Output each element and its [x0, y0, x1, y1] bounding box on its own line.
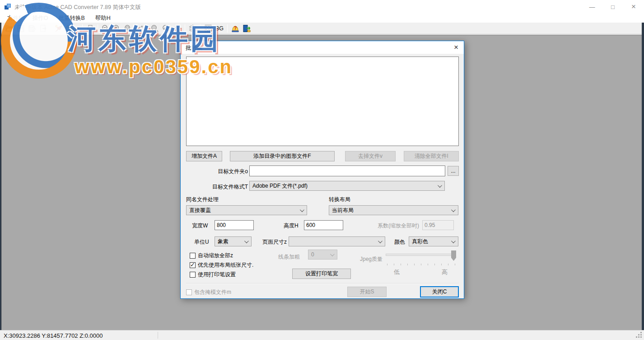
zoom-previous-icon [160, 24, 172, 33]
bg-color-label[interactable]: BG [214, 25, 225, 32]
eye-icon [172, 24, 183, 33]
height-input[interactable] [304, 220, 343, 230]
color-value: 真彩色 [412, 238, 428, 246]
convert-layout-value: 当前布局 [332, 207, 354, 214]
prefer-layout-paper-checkbox[interactable]: ✓ 优先使用布局纸张尺寸. [190, 261, 253, 269]
grid-bg-icon[interactable] [202, 24, 214, 33]
dialog-titlebar: 批转换 × [181, 41, 464, 54]
toolbar-separator [200, 24, 201, 33]
color-select[interactable]: 真彩色 [409, 236, 458, 246]
open-icon[interactable] [4, 24, 15, 33]
use-print-pen-checkbox[interactable]: 使用打印笔设置 [190, 271, 236, 279]
checkbox-icon [190, 272, 196, 278]
same-name-label: 同名文件处理 [186, 196, 219, 203]
include-mask-checkbox: 包含掩模文件m [186, 288, 231, 296]
scale-factor-input [422, 220, 454, 230]
menubar: 文件F 操作O 批量转换B 帮助H [0, 14, 644, 23]
dialog-close-icon: × [454, 43, 458, 52]
toolbar-separator [147, 24, 147, 33]
zoom-in-icon [111, 24, 122, 33]
zoom-window-icon [122, 24, 134, 33]
statusbar: X:30923.2286 Y:81457.7702 Z:0.0000 [0, 330, 644, 340]
checkbox-checked-icon: ✓ [190, 262, 196, 268]
save-as-icon [26, 24, 37, 33]
target-format-label: 目标文件格式T [181, 183, 248, 191]
statusbar-separator [158, 332, 158, 339]
window-frame-right [642, 23, 644, 330]
close-dialog-button[interactable]: 关闭C [420, 286, 459, 298]
maximize-button[interactable]: □ [602, 0, 623, 14]
jpeg-quality-slider-track [386, 254, 456, 256]
check-mark: ✓ [190, 261, 195, 268]
chevron-down-icon [451, 208, 456, 212]
line-weight-label: 线条加粗 [278, 253, 300, 261]
convert-layout-select[interactable]: 当前布局 [329, 205, 458, 215]
target-folder-input[interactable] [249, 165, 445, 176]
toolbar-separator [82, 24, 83, 33]
same-name-select[interactable]: 直接覆盖 [186, 205, 307, 215]
coordinates-readout: X:30923.2286 Y:81457.7702 Z:0.0000 [4, 332, 103, 339]
jpeg-quality-slider-thumb [451, 250, 456, 261]
width-input[interactable] [215, 220, 254, 230]
unit-value: 象素 [218, 238, 229, 246]
start-button: 开始S [347, 287, 387, 297]
menu-batch-convert[interactable]: 批量转换B [55, 14, 88, 23]
chevron-down-icon [244, 239, 249, 243]
jpeg-quality-slider-ticks [387, 264, 456, 265]
toolbar-separator [185, 24, 185, 33]
target-folder-label: 目标文件夹o [181, 168, 248, 175]
checkbox-icon [190, 253, 196, 259]
color-label: 颜色 [394, 238, 405, 246]
window-titlebar: 未注册版本 Acme CAD Converter 7.89 简体中文版 — □ … [0, 0, 644, 14]
close-button[interactable]: × [623, 0, 644, 14]
toolbar: ▼ [0, 23, 644, 34]
auto-zoom-label: 自动缩放全部z [198, 252, 233, 260]
toolbar-separator [51, 24, 51, 33]
target-format-select[interactable]: Adobe PDF 文件(*.pdf) [249, 181, 445, 191]
help-icon[interactable]: ? [229, 24, 241, 33]
line-weight-value: 0 [311, 251, 314, 258]
menu-help[interactable]: 帮助H [92, 14, 114, 23]
minimize-button[interactable]: — [582, 0, 602, 14]
unit-select[interactable]: 象素 [215, 236, 252, 246]
export-icon [37, 24, 49, 33]
checkbox-icon [186, 289, 192, 295]
dialog-close-button[interactable]: × [451, 42, 462, 53]
add-directory-files-button[interactable]: 添加目录中的图形文件F [230, 151, 335, 161]
chevron-down-icon [300, 208, 304, 212]
app-window: 未注册版本 Acme CAD Converter 7.89 简体中文版 — □ … [0, 0, 644, 340]
jpeg-high-label: 高 [442, 268, 448, 276]
prefer-layout-paper-label: 优先使用布局纸张尺寸. [198, 261, 253, 269]
dialog-title: 批转换 [186, 44, 203, 52]
toolbar-separator [227, 24, 228, 33]
dialog-separator [186, 283, 459, 284]
app-icon [4, 3, 11, 10]
height-label: 高度H [284, 222, 299, 230]
add-files-button[interactable]: 增加文件A [186, 151, 222, 161]
file-list[interactable] [186, 57, 459, 146]
pdf-convert-icon[interactable] [53, 24, 64, 33]
menu-operate[interactable]: 操作O [29, 14, 52, 23]
batch-convert-dialog: 批转换 × 增加文件A 添加目录中的图形文件F 去掉文件v 清除全部文件l 目标… [180, 41, 464, 299]
zoom-dynamic-icon [134, 24, 145, 33]
browse-folder-button[interactable]: ... [448, 166, 459, 176]
chevron-down-icon [330, 252, 335, 256]
clear-all-files-button: 清除全部文件l [404, 151, 459, 161]
jpeg-quality-label: Jpeg质量 [360, 255, 383, 263]
exit-icon[interactable] [241, 24, 252, 33]
batch-convert-dropdown-caret[interactable]: ▼ [75, 24, 80, 33]
remove-file-button: 去掉文件v [345, 151, 396, 161]
resize-grip-icon[interactable] [636, 332, 642, 338]
unit-label: 单位U [194, 238, 209, 246]
target-format-value: Adobe PDF 文件(*.pdf) [252, 182, 308, 190]
svg-text:?: ? [234, 26, 237, 31]
page-size-select[interactable] [289, 236, 385, 246]
set-pen-width-button[interactable]: 设置打印笔宽 [292, 269, 351, 279]
chevron-down-icon [438, 183, 442, 188]
batch-convert-icon[interactable] [64, 24, 75, 33]
line-weight-select: 0 [308, 250, 337, 260]
zoom-all-icon [149, 24, 160, 33]
chevron-down-icon [451, 239, 456, 243]
menu-file[interactable]: 文件F [4, 14, 26, 23]
auto-zoom-checkbox[interactable]: 自动缩放全部z [190, 252, 233, 260]
